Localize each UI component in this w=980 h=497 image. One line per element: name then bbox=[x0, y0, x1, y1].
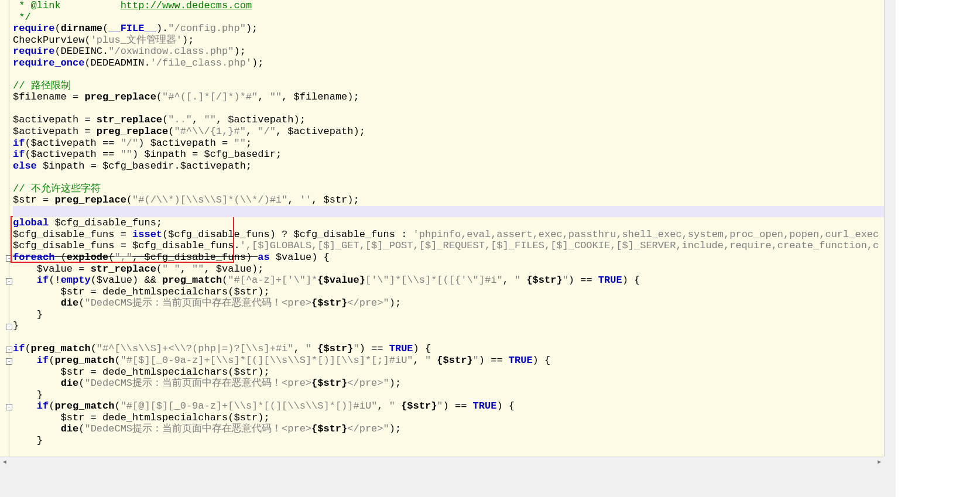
link[interactable]: http://www.dedecms.com bbox=[121, 0, 252, 11]
code-line: $value = str_replace(" ", "", $value); bbox=[13, 263, 264, 275]
code-line: $str = dede_htmlspecialchars($str); bbox=[13, 286, 270, 297]
code-content[interactable]: * @link http://www.dedecms.com */ requir… bbox=[13, 0, 885, 446]
code-line: require(dirname(__FILE__)."/config.php")… bbox=[13, 23, 258, 34]
code-line: $str = dede_htmlspecialchars($str); bbox=[13, 366, 270, 378]
scroll-right-icon[interactable]: ► bbox=[875, 458, 884, 466]
fold-toggle[interactable]: - bbox=[6, 324, 12, 330]
code-line bbox=[13, 68, 19, 80]
code-line: if($activepath == "/") $activepath = ""; bbox=[13, 138, 252, 149]
code-line: $str = preg_replace("#(/\\*)[\\s\\S]*(\\… bbox=[13, 194, 359, 205]
code-line: $cfg_disable_funs = $cfg_disable_funs.',… bbox=[13, 240, 879, 251]
fold-toggle[interactable]: - bbox=[6, 358, 12, 365]
code-line: else $inpath = $cfg_basedir.$activepath; bbox=[13, 160, 252, 172]
code-line bbox=[13, 332, 19, 343]
code-line: $activepath = preg_replace("#^\\/{1,}#",… bbox=[13, 126, 365, 137]
code-line: } bbox=[13, 320, 19, 331]
code-line: } bbox=[13, 389, 43, 400]
code-line: die("DedeCMS提示：当前页面中存在恶意代码！<pre>{$str}</… bbox=[13, 378, 401, 389]
code-line: $str = dede_htmlspecialchars($str); bbox=[13, 412, 270, 423]
code-editor[interactable]: - - - - - - * @link http://www.dedecms.c… bbox=[0, 0, 885, 457]
code-line: require(DEDEINC."/oxwindow.class.php"); bbox=[13, 46, 246, 57]
code-line: require_once(DEDEADMIN.'/file_class.php'… bbox=[13, 57, 263, 68]
code-line: foreach (explode(",", $cfg_disable_funs)… bbox=[13, 252, 330, 263]
code-line: } bbox=[13, 309, 43, 320]
code-line: * @link http://www.dedecms.com bbox=[13, 0, 252, 11]
code-line: } bbox=[13, 435, 43, 446]
fold-guide bbox=[9, 0, 9, 457]
code-line: $filename = preg_replace("#^([.]*[/]*)*#… bbox=[13, 91, 359, 102]
code-line: if(preg_match("#^[\\s\\S]+<\\?(php|=)?[\… bbox=[13, 343, 431, 354]
code-line bbox=[13, 103, 19, 114]
scroll-left-icon[interactable]: ◄ bbox=[0, 458, 9, 466]
code-line: $cfg_disable_funs = isset($cfg_disable_f… bbox=[13, 229, 879, 240]
code-line: $activepath = str_replace("..", "", $act… bbox=[13, 114, 306, 125]
horizontal-scrollbar[interactable]: ◄ ► bbox=[0, 457, 884, 467]
current-line-highlight bbox=[13, 206, 885, 218]
code-line bbox=[13, 172, 19, 183]
fold-toggle[interactable]: - bbox=[6, 278, 12, 285]
code-line: if($activepath == "") $inpath = $cfg_bas… bbox=[13, 149, 282, 160]
code-line: die("DedeCMS提示：当前页面中存在恶意代码！<pre>{$str}</… bbox=[13, 423, 401, 434]
fold-toggle[interactable]: - bbox=[6, 347, 12, 353]
code-line: if(preg_match("#[$][_0-9a-z]+[\\s]*[(][\… bbox=[13, 355, 550, 366]
code-line: // 路径限制 bbox=[13, 80, 71, 91]
code-line: if(!empty($value) && preg_match("#[^a-z]… bbox=[13, 275, 640, 286]
fold-toggle[interactable]: - bbox=[6, 404, 12, 410]
code-line: die("DedeCMS提示：当前页面中存在恶意代码！<pre>{$str}</… bbox=[13, 297, 401, 309]
fold-gutter: - - - - - - bbox=[0, 0, 13, 457]
code-line: // 不允许这些字符 bbox=[13, 183, 101, 194]
page-background bbox=[896, 0, 980, 497]
code-line: */ bbox=[13, 12, 31, 23]
code-line: CheckPurview('plus_文件管理器'); bbox=[13, 35, 194, 46]
code-line: if(preg_match("#[@][$][_0-9a-z]+[\\s]*[(… bbox=[13, 400, 515, 412]
code-line: global $cfg_disable_funs; bbox=[13, 217, 162, 228]
fold-toggle[interactable]: - bbox=[6, 255, 12, 262]
